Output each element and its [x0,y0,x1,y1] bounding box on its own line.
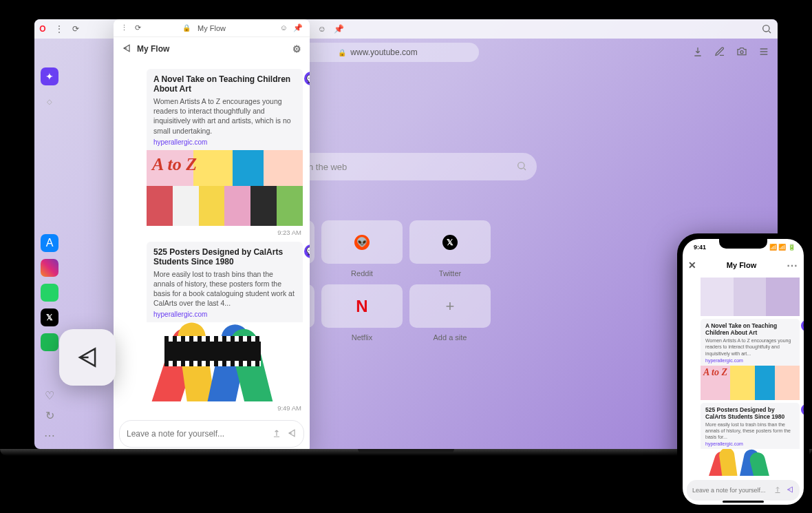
flow-input-bar[interactable] [119,420,304,448]
svg-point-1 [740,51,743,54]
phone-title: My Flow [696,261,787,269]
card-desc: Women Artists A to Z encourages young re… [153,96,296,136]
card-timestamp: 9:49 AM [114,403,310,412]
flow-messages[interactable]: 💬 A Novel Take on Teaching Children Abou… [114,61,310,415]
search-icon [516,160,527,174]
tile-reddit[interactable]: 👽 Reddit [321,220,403,264]
flow-tab-title: My Flow [197,24,226,32]
phone-header: ✕ My Flow ⋯ [683,255,804,275]
tile-label: Twitter [409,269,491,278]
speed-dial-icon[interactable]: ◇ [37,89,63,114]
card-desc: More easily lost to trash bins than the … [705,421,795,440]
phone-indicators: 📶 📶 🔋 [769,244,795,251]
search-input[interactable]: Search the web [275,153,537,180]
menu-dots-icon[interactable]: ⋮ [120,23,128,32]
instagram-icon[interactable] [41,259,58,277]
svg-point-2 [518,162,524,168]
card-source: hyperallergic.com [705,441,795,446]
tile-netflix[interactable]: N Netflix [321,284,403,328]
flow-title: My Flow [137,44,169,54]
phone-card[interactable] [701,278,800,316]
tile-add-site[interactable]: + Add a site [409,284,491,328]
tile-label: Add a site [409,333,491,342]
spotify-icon[interactable] [41,333,58,351]
phone-time: 9:41 [694,244,706,251]
phone-frame: 9:41 📶 📶 🔋 ✕ My Flow ⋯ 💬 A Novel Take on… [677,233,809,510]
flow-card[interactable]: 💬 525 Posters Designed by CalArts Studen… [147,242,303,402]
more-icon[interactable]: ⋯ [787,259,798,272]
hamburger-icon[interactable] [758,46,771,59]
tile-label: Reddit [321,269,403,278]
edit-icon[interactable] [714,46,727,59]
card-image [147,150,303,226]
smile-icon[interactable]: ☺ [280,23,288,32]
x-icon[interactable]: 𝕏 [41,308,58,326]
new-tab-button[interactable]: ✦ [41,67,58,85]
card-source: hyperallergic.com [705,358,795,363]
menu-dots-icon[interactable]: ⋮ [54,23,65,34]
heart-icon[interactable]: ♡ [41,389,58,402]
flow-avatar-icon: 💬 [304,72,310,85]
pin-icon[interactable]: 📌 [333,23,344,34]
phone-text-input[interactable] [692,487,769,494]
card-timestamp: 9:23 AM [114,227,310,236]
flow-avatar-icon: 💬 [801,404,804,415]
flow-card[interactable]: 💬 A Novel Take on Teaching Children Abou… [147,69,303,226]
camera-icon[interactable] [736,46,749,59]
phone-input-bar[interactable] [687,480,800,501]
send-icon[interactable] [786,484,794,496]
svg-point-0 [763,25,769,32]
card-image [701,366,800,400]
myflow-app-icon [59,329,116,386]
reload-icon[interactable]: ⟳ [70,23,81,34]
upload-icon[interactable] [773,485,782,495]
flow-header: My Flow ⚙ [114,37,310,61]
home-indicator[interactable] [723,501,764,503]
flow-text-input[interactable] [127,429,266,439]
card-image [147,322,303,401]
search-icon[interactable] [761,23,772,34]
reload-icon[interactable]: ⟳ [135,23,141,32]
card-title: 525 Posters Designed by CalArts Students… [705,406,795,420]
phone-messages[interactable]: 💬 A Novel Take on Teaching Children Abou… [683,275,804,476]
more-icon[interactable]: ⋯ [41,429,58,442]
phone-notch [719,239,767,249]
tile-label: Netflix [321,333,403,342]
pin-icon[interactable]: 📌 [293,23,303,32]
flow-avatar-icon: 💬 [801,320,804,331]
flow-avatar-icon: 💬 [304,244,310,258]
phone-card[interactable]: 💬 525 Posters Designed by CalArts Studen… [701,403,800,476]
laptop-hinge-notch [358,449,454,453]
current-url: www.youtube.com [350,48,417,57]
whatsapp-icon[interactable] [41,284,58,302]
card-title: 525 Posters Designed by CalArts Students… [153,247,296,266]
card-source: hyperallergic.com [153,311,296,318]
myflow-panel: ⋮ ⟳ 🔒 My Flow ☺ 📌 My Flow ⚙ 💬 [114,19,310,449]
appstore-icon[interactable]: A [41,234,58,252]
download-icon[interactable] [692,46,705,59]
sidebar-rail: ✦ ◇ A 𝕏 ♡ ↻ ⋯ [34,39,65,449]
opera-logo-icon: O [37,23,48,34]
desktop-screen: O ⋮ ⟳ 🔒 My Flow ☺ 📌 🔒 www.youtube.com [34,19,778,449]
smile-icon[interactable]: ☺ [317,23,328,34]
upload-icon[interactable] [272,428,281,440]
tile-twitter[interactable]: 𝕏 Twitter [409,220,491,264]
close-icon[interactable]: ✕ [688,260,696,271]
send-icon [122,43,131,55]
phone-card[interactable]: 💬 A Novel Take on Teaching Children Abou… [701,319,800,400]
lock-icon: 🔒 [182,24,191,32]
card-title: A Novel Take on Teaching Children About … [705,322,795,336]
gear-icon[interactable]: ⚙ [292,43,301,54]
card-image [701,278,800,316]
phone-screen: 9:41 📶 📶 🔋 ✕ My Flow ⋯ 💬 A Novel Take on… [683,239,804,505]
card-desc: More easily lost to trash bins than the … [153,269,296,308]
card-desc: Women Artists A to Z encourages young re… [705,337,795,356]
lock-icon: 🔒 [338,49,346,56]
history-icon[interactable]: ↻ [41,409,58,422]
card-source: hyperallergic.com [153,138,296,146]
send-icon[interactable] [287,428,297,440]
flow-tab-bar: ⋮ ⟳ 🔒 My Flow ☺ 📌 [114,19,310,37]
card-title: A Novel Take on Teaching Children About … [153,74,296,94]
card-image [701,449,800,476]
